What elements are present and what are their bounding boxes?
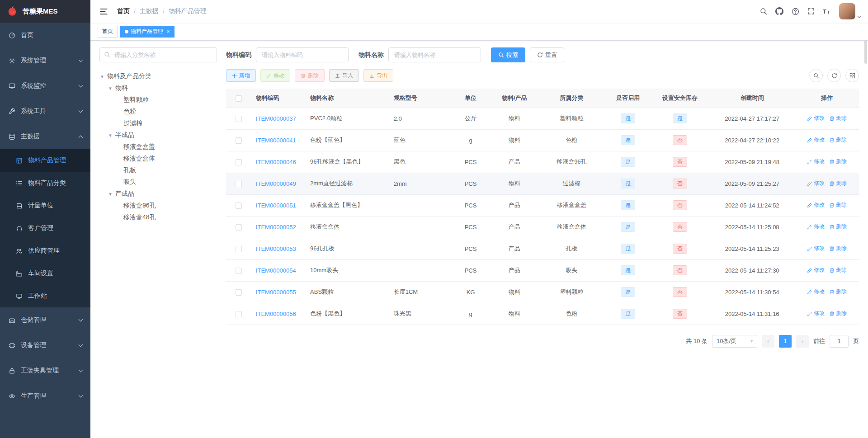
tree-node[interactable]: 色粉 [99, 106, 217, 118]
item-code-link[interactable]: ITEM00000055 [256, 289, 296, 296]
row-edit-link[interactable]: 修改 [807, 158, 825, 165]
github-icon[interactable] [771, 0, 788, 23]
import-button[interactable]: 导入 [329, 69, 359, 82]
row-checkbox[interactable] [236, 268, 242, 274]
tab-material-product[interactable]: 物料产品管理 × [120, 26, 175, 38]
row-checkbox[interactable] [236, 181, 242, 187]
row-delete-link[interactable]: 删除 [829, 201, 847, 209]
help-icon[interactable] [788, 0, 803, 23]
category-search-input[interactable] [99, 47, 217, 62]
item-code-link[interactable]: ITEM00000037 [256, 115, 296, 122]
tree-node[interactable]: 过滤棉 [99, 118, 217, 129]
row-edit-link[interactable]: 修改 [807, 223, 825, 231]
close-icon[interactable]: × [166, 28, 170, 34]
item-code-link[interactable]: ITEM00000053 [256, 245, 296, 252]
row-checkbox[interactable] [236, 159, 242, 165]
font-size-icon[interactable]: TT [819, 0, 835, 23]
delete-button[interactable]: 删除 [295, 69, 325, 82]
item-code-link[interactable]: ITEM00000054 [256, 267, 296, 274]
select-all-checkbox[interactable] [236, 95, 242, 102]
row-checkbox[interactable] [236, 116, 242, 122]
row-checkbox[interactable] [236, 137, 242, 144]
caret-down-icon[interactable]: ▾ [108, 191, 113, 197]
page-number[interactable]: 1 [779, 335, 792, 348]
sidebar-item[interactable]: 系统监控 [0, 73, 90, 99]
tree-node[interactable]: ▾产成品 [99, 188, 217, 200]
hamburger-icon[interactable] [97, 7, 111, 16]
row-edit-link[interactable]: 修改 [807, 114, 825, 122]
name-filter-input[interactable] [388, 47, 481, 62]
tree-node[interactable]: 移液盒盒盖 [99, 141, 217, 153]
item-code-link[interactable]: ITEM00000046 [256, 159, 296, 165]
row-checkbox[interactable] [236, 224, 242, 231]
export-button[interactable]: 导出 [363, 69, 393, 82]
sidebar-item[interactable]: 仓储管理 [0, 307, 90, 333]
item-code-link[interactable]: ITEM00000056 [256, 311, 296, 317]
sidebar-subitem[interactable]: 工作站 [0, 285, 90, 307]
sidebar-item[interactable]: 生产管理 [0, 383, 90, 409]
edit-button[interactable]: 修改 [260, 69, 290, 82]
item-code-link[interactable]: ITEM00000051 [256, 202, 296, 209]
caret-down-icon[interactable]: ▾ [108, 132, 113, 138]
sidebar-item[interactable]: 工装夹具管理 [0, 358, 90, 383]
sidebar-subitem[interactable]: 计量单位 [0, 194, 90, 217]
goto-page-input[interactable] [830, 335, 849, 348]
caret-down-icon[interactable]: ▾ [99, 74, 105, 80]
code-filter-input[interactable] [256, 47, 349, 62]
refresh-icon[interactable] [827, 69, 841, 82]
tree-node[interactable]: 吸头 [99, 176, 217, 188]
sidebar-item[interactable]: 主数据 [0, 124, 90, 149]
row-edit-link[interactable]: 修改 [807, 201, 825, 209]
tree-node[interactable]: ▾半成品 [99, 129, 217, 141]
row-edit-link[interactable]: 修改 [807, 288, 825, 296]
row-checkbox[interactable] [236, 246, 242, 252]
row-delete-link[interactable]: 删除 [829, 310, 847, 317]
columns-icon[interactable] [845, 69, 859, 82]
tree-node[interactable]: 移液盒96孔 [99, 200, 217, 212]
row-delete-link[interactable]: 删除 [829, 179, 847, 187]
sidebar-subitem[interactable]: 物料产品管理 [0, 149, 90, 172]
breadcrumb-home[interactable]: 首页 [117, 7, 130, 15]
search-icon[interactable] [756, 0, 771, 23]
row-checkbox[interactable] [236, 203, 242, 209]
row-delete-link[interactable]: 删除 [829, 245, 847, 252]
row-delete-link[interactable]: 删除 [829, 136, 847, 144]
row-delete-link[interactable]: 删除 [829, 114, 847, 122]
row-delete-link[interactable]: 删除 [829, 158, 847, 165]
tree-node[interactable]: 移液盒盒体 [99, 153, 217, 165]
row-delete-link[interactable]: 删除 [829, 223, 847, 231]
tree-node[interactable]: 移液盒48孔 [99, 212, 217, 223]
user-menu[interactable] [839, 3, 861, 19]
row-checkbox[interactable] [236, 311, 242, 317]
sidebar-item[interactable]: 系统管理 [0, 48, 90, 73]
row-edit-link[interactable]: 修改 [807, 136, 825, 144]
row-delete-link[interactable]: 删除 [829, 266, 847, 274]
tree-node[interactable]: 塑料颗粒 [99, 94, 217, 106]
item-code-link[interactable]: ITEM00000052 [256, 224, 296, 231]
hide-search-icon[interactable] [809, 69, 823, 82]
sidebar-subitem[interactable]: 客户管理 [0, 217, 90, 240]
search-button[interactable]: 搜索 [491, 47, 525, 62]
sidebar-item[interactable]: 首页 [0, 23, 90, 48]
row-delete-link[interactable]: 删除 [829, 288, 847, 296]
avatar[interactable] [839, 3, 855, 19]
item-code-link[interactable]: ITEM00000041 [256, 137, 296, 144]
sidebar-item[interactable]: 设备管理 [0, 333, 90, 358]
tree-node[interactable]: ▾物料 [99, 82, 217, 94]
app-logo[interactable]: 苦糖果MES [0, 0, 90, 23]
sidebar-item[interactable]: 系统工具 [0, 99, 90, 124]
item-code-link[interactable]: ITEM00000049 [256, 180, 296, 187]
row-edit-link[interactable]: 修改 [807, 310, 825, 317]
caret-down-icon[interactable]: ▾ [108, 85, 113, 91]
tree-node[interactable]: 孔板 [99, 165, 217, 176]
next-page-button[interactable]: › [796, 335, 809, 348]
row-edit-link[interactable]: 修改 [807, 245, 825, 252]
sidebar-subitem[interactable]: 供应商管理 [0, 240, 90, 262]
tab-home[interactable]: 首页 [98, 26, 118, 38]
fullscreen-icon[interactable] [803, 0, 819, 23]
tree-node[interactable]: ▾物料及产品分类 [99, 71, 217, 82]
row-edit-link[interactable]: 修改 [807, 179, 825, 187]
sidebar-subitem[interactable]: 车间设置 [0, 262, 90, 285]
prev-page-button[interactable]: ‹ [762, 335, 774, 348]
sidebar-subitem[interactable]: 物料产品分类 [0, 172, 90, 194]
